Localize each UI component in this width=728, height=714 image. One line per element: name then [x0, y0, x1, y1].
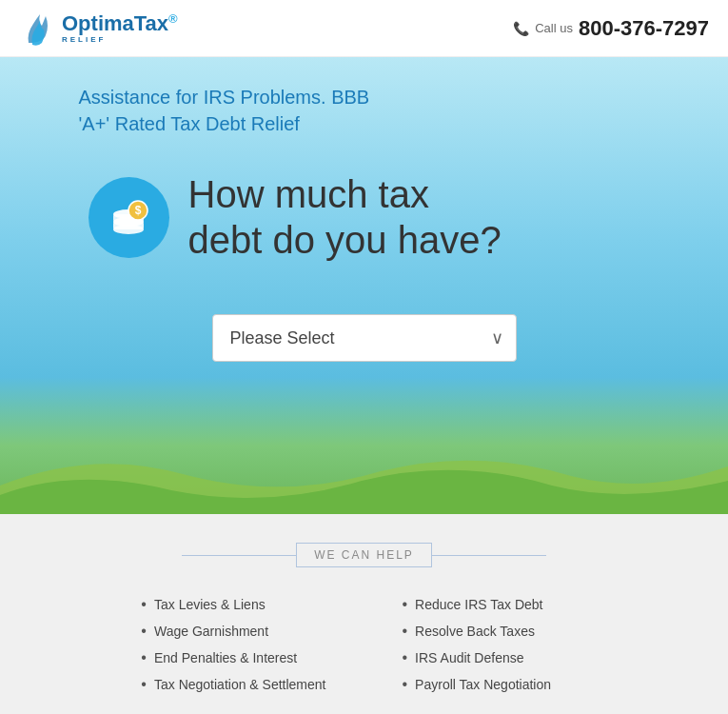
list-item: •End Penalties & Interest [141, 645, 325, 671]
list-item: •Resolve Back Taxes [403, 618, 587, 645]
list-item: •Tax Negotiation & Settlement [141, 671, 325, 698]
services-grid: •Tax Levies & Liens•Wage Garnishment•End… [141, 591, 586, 698]
list-item: •Reduce IRS Tax Debt [403, 591, 587, 618]
bullet: • [141, 649, 147, 666]
tax-debt-select[interactable]: Please Select Under $10,000 $10,000 - $2… [212, 314, 517, 362]
bullet: • [403, 676, 408, 693]
svg-text:$: $ [135, 204, 142, 217]
phone-number[interactable]: 800-376-7297 [579, 16, 709, 41]
list-item: •Payroll Tax Negotiation [403, 671, 587, 698]
hero-question: How much tax debt do you have? [188, 171, 502, 263]
hero-content: $ How much tax debt do you have? [89, 171, 640, 263]
bullet: • [141, 596, 147, 613]
money-svg: $ [105, 193, 152, 241]
service-label: Tax Levies & Liens [154, 597, 266, 612]
logo-sub: RELIEF [62, 35, 178, 44]
tagline-line2: 'A+' Rated Tax Debt Relief [79, 110, 650, 137]
hero-section: Assistance for IRS Problems. BBB 'A+' Ra… [0, 57, 728, 514]
header: OptimaTax® RELIEF 📞 Call us 800-376-7297 [0, 0, 728, 57]
select-wrapper: Please Select Under $10,000 $10,000 - $2… [212, 314, 517, 362]
tagline: Assistance for IRS Problems. BBB 'A+' Ra… [79, 84, 650, 137]
service-label: IRS Audit Defense [415, 650, 523, 665]
logo-brand: OptimaTax® [62, 12, 178, 36]
money-icon: $ [89, 177, 169, 258]
logo: OptimaTax® RELIEF [19, 7, 178, 50]
service-label: Reduce IRS Tax Debt [415, 597, 542, 612]
bullet: • [403, 596, 408, 613]
service-label: Tax Negotiation & Settlement [154, 677, 326, 692]
service-label: Payroll Tax Negotiation [415, 677, 551, 692]
bullet: • [403, 623, 408, 640]
logo-text-group: OptimaTax® RELIEF [62, 12, 178, 45]
list-item: •Wage Garnishment [141, 618, 325, 645]
bullet: • [141, 623, 147, 640]
list-item: •Tax Levies & Liens [141, 591, 325, 618]
list-item: •IRS Audit Defense [403, 645, 587, 671]
left-divider [182, 555, 296, 556]
service-label: Resolve Back Taxes [415, 624, 535, 639]
phone-icon: 📞 [513, 21, 529, 36]
phone-area: 📞 Call us 800-376-7297 [513, 16, 709, 41]
bullet: • [141, 676, 147, 693]
services-left: •Tax Levies & Liens•Wage Garnishment•End… [141, 591, 325, 698]
services-right: •Reduce IRS Tax Debt•Resolve Back Taxes•… [403, 591, 587, 698]
logo-icon [19, 7, 62, 50]
hero-question-line1: How much tax [188, 171, 502, 217]
right-divider [432, 555, 546, 556]
call-us-label: Call us [535, 21, 573, 35]
we-can-help-label: WE CAN HELP [296, 543, 432, 567]
service-label: Wage Garnishment [154, 624, 268, 639]
bottom-section: WE CAN HELP •Tax Levies & Liens•Wage Gar… [0, 514, 728, 714]
tagline-line1: Assistance for IRS Problems. BBB [79, 84, 650, 110]
hills-decoration [0, 428, 728, 514]
service-label: End Penalties & Interest [154, 650, 297, 665]
hero-question-line2: debt do you have? [188, 217, 502, 263]
bullet: • [403, 649, 408, 666]
we-can-help-banner: WE CAN HELP [182, 543, 546, 567]
